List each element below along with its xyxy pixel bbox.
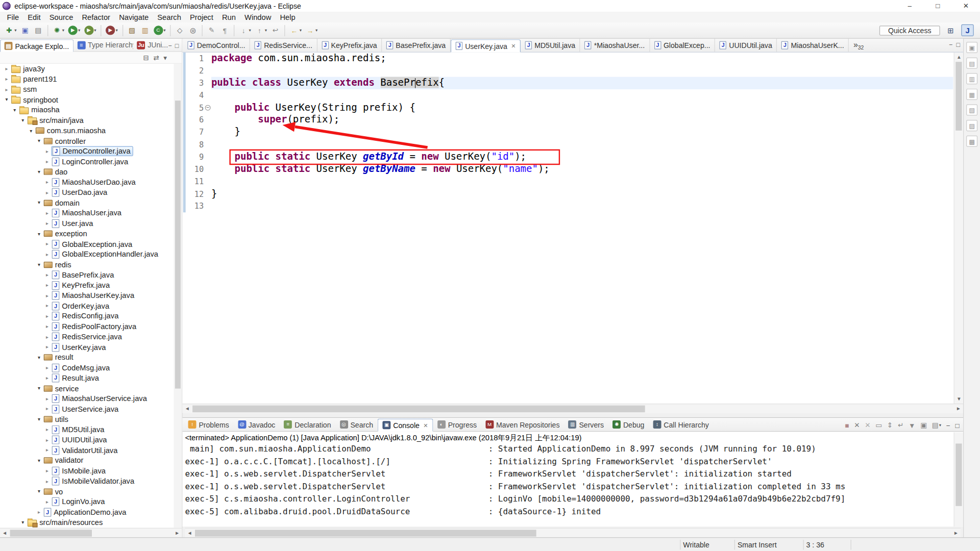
clear-console-icon[interactable]: ▭ (875, 421, 882, 430)
console-tab-console[interactable]: ▣Console✕ (378, 419, 433, 432)
minimized-view-icon[interactable]: ▥ (966, 73, 977, 84)
last-edit-location-icon[interactable]: ↩ (270, 25, 281, 36)
editor-tab[interactable]: JKeyPrefix.java (317, 39, 382, 52)
chevron-expanded-icon[interactable]: ▾ (35, 138, 43, 144)
chevron-collapsed-icon[interactable]: ▸ (43, 180, 51, 185)
tree-item[interactable]: ▾dao (0, 167, 174, 177)
tree-item[interactable]: ▸JDemoController.java (0, 146, 174, 157)
console-tab-declaration[interactable]: ≡Declaration (280, 418, 335, 432)
chevron-collapsed-icon[interactable]: ▸ (3, 87, 11, 92)
chevron-collapsed-icon[interactable]: ▸ (43, 210, 51, 216)
chevron-collapsed-icon[interactable]: ▸ (43, 499, 51, 505)
editor-tab[interactable]: JUserKey.java✕ (451, 39, 521, 53)
close-icon[interactable]: ✕ (423, 422, 428, 429)
tree-item[interactable]: ▸JIsMobileValidator.java (0, 476, 174, 486)
console-tab-call-hierarchy[interactable]: ↕Call Hierarchy (649, 418, 713, 432)
tree-item[interactable]: ▾redis (0, 260, 174, 270)
editor-tab-overflow[interactable]: »32 (853, 40, 864, 51)
scroll-up-icon[interactable]: ▲ (954, 53, 963, 62)
forward-icon[interactable]: →▾ (304, 25, 319, 36)
minimized-view-icon[interactable]: ▩ (966, 136, 977, 147)
close-button[interactable]: ✕ (952, 0, 980, 12)
chevron-expanded-icon[interactable]: ▾ (3, 97, 11, 103)
editor-tab[interactable]: JRedisService... (250, 39, 317, 52)
menu-project[interactable]: Project (185, 13, 217, 21)
tree-item[interactable]: ▾exception (0, 229, 174, 239)
code-line[interactable]: 4 (190, 89, 953, 102)
tree-vertical-scrollbar[interactable] (174, 64, 182, 528)
maximize-button[interactable]: □ (924, 0, 952, 12)
scroll-left-icon[interactable]: ◄ (183, 404, 192, 413)
tree-item[interactable]: ▾vo (0, 486, 174, 496)
java-perspective-icon[interactable]: J (961, 24, 973, 36)
console-tab-problems[interactable]: !Problems (184, 418, 233, 432)
editor-tab[interactable]: JMiaoshaUserK... (777, 39, 849, 52)
tree-item[interactable]: ▾springboot (0, 95, 174, 105)
chevron-expanded-icon[interactable]: ▾ (19, 519, 27, 525)
chevron-expanded-icon[interactable]: ▾ (19, 118, 27, 123)
chevron-collapsed-icon[interactable]: ▸ (43, 324, 51, 330)
code-line[interactable]: 12} (190, 188, 953, 200)
chevron-collapsed-icon[interactable]: ▸ (3, 66, 11, 71)
chevron-expanded-icon[interactable]: ▾ (35, 262, 43, 267)
tree-item[interactable]: ▸JUUIDUtil.java (0, 435, 174, 445)
tree-item[interactable]: ▾domain (0, 198, 174, 208)
close-icon[interactable]: ✕ (511, 43, 516, 49)
chevron-expanded-icon[interactable]: ▾ (35, 416, 43, 422)
view-tab-package-explorer[interactable]: ▤Package Explo...✕ (0, 39, 74, 52)
tree-item[interactable]: ▾result (0, 353, 174, 363)
editor-tab[interactable]: J*MiaoshaUser... (580, 39, 650, 52)
display-selected-console-icon[interactable]: ▣ (920, 421, 927, 430)
chevron-collapsed-icon[interactable]: ▸ (43, 272, 51, 278)
chevron-collapsed-icon[interactable]: ▸ (3, 77, 11, 82)
tree-item[interactable]: ▸JMiaoshaUserKey.java (0, 290, 174, 300)
chevron-collapsed-icon[interactable]: ▸ (43, 479, 51, 484)
tree-item[interactable]: ▸JUserService.java (0, 404, 174, 414)
editor-tab[interactable]: JDemoControl... (183, 39, 250, 52)
menu-search[interactable]: Search (153, 13, 186, 21)
tree-item[interactable]: ▸JRedisPoolFactory.java (0, 321, 174, 332)
scrollbar-thumb[interactable] (192, 405, 645, 412)
collapse-all-icon[interactable]: ⊟ (143, 54, 149, 62)
tree-item[interactable]: ▸parent191 (0, 74, 174, 84)
chevron-collapsed-icon[interactable]: ▸ (43, 365, 51, 370)
chevron-collapsed-icon[interactable]: ▸ (43, 221, 51, 227)
tree-item[interactable]: ▸JRedisService.java (0, 332, 174, 342)
tree-item[interactable]: ▸JUserKey.java (0, 342, 174, 352)
tree-item[interactable]: ▸JIsMobile.java (0, 466, 174, 476)
tree-item[interactable]: ▸JUserDao.java (0, 187, 174, 197)
menu-file[interactable]: File (3, 13, 23, 21)
console-tab-debug[interactable]: ✺Debug (608, 418, 649, 432)
tree-item[interactable]: ▸JApplicationDemo.java (0, 507, 174, 517)
new-wizard-icon[interactable]: ✚▾ (3, 25, 18, 36)
restore-panel-icon[interactable]: ▣ (966, 42, 977, 53)
tree-item[interactable]: ▸ssm (0, 84, 174, 94)
console-tab-servers[interactable]: ▥Servers (564, 418, 608, 432)
menu-edit[interactable]: Edit (23, 13, 45, 21)
tree-item[interactable]: ▸JOrderKey.java (0, 301, 174, 311)
scroll-right-icon[interactable]: ► (173, 529, 182, 538)
scroll-left-icon[interactable]: ◄ (185, 529, 194, 538)
tree-item[interactable]: ▾controller (0, 136, 174, 146)
chevron-collapsed-icon[interactable]: ▸ (43, 303, 51, 309)
scrollbar-thumb[interactable] (10, 530, 92, 536)
chevron-collapsed-icon[interactable]: ▸ (43, 313, 51, 319)
minimize-console-icon[interactable]: − (946, 422, 950, 430)
new-java-project-icon[interactable]: ▧ (126, 25, 138, 36)
chevron-collapsed-icon[interactable]: ▸ (43, 190, 51, 195)
back-icon[interactable]: ←▾ (288, 25, 303, 36)
menu-source[interactable]: Source (45, 13, 78, 21)
chevron-collapsed-icon[interactable]: ▸ (43, 447, 51, 453)
chevron-collapsed-icon[interactable]: ▸ (43, 241, 51, 247)
chevron-expanded-icon[interactable]: ▾ (35, 169, 43, 175)
maximize-view-icon[interactable]: □ (175, 42, 179, 49)
tree-item[interactable]: ▸JBasePrefix.java (0, 270, 174, 280)
code-line[interactable]: 7 } (190, 127, 953, 139)
tree-item[interactable]: ▸JLoginController.java (0, 157, 174, 167)
tree-item[interactable]: ▾src/main/resources (0, 517, 174, 528)
menu-run[interactable]: Run (217, 13, 240, 21)
code-line[interactable]: 6 super(prefix); (190, 114, 953, 126)
console-horizontal-scrollbar[interactable]: ◄ ► (185, 528, 961, 537)
fold-collapse-icon[interactable]: − (205, 105, 211, 110)
view-tab-junit[interactable]: JuJUni... (133, 39, 168, 51)
